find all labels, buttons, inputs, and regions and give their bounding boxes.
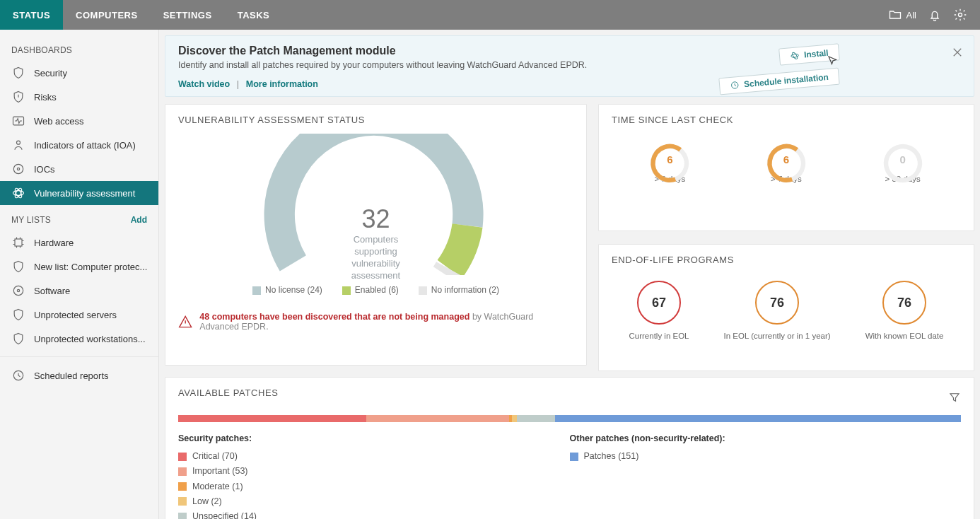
card-title: END-OF-LIFE PROGRAMS	[612, 255, 961, 265]
legend-item[interactable]: Enabled (6)	[342, 285, 399, 295]
card-time-since-check: TIME SINCE LAST CHECK 6 > 3 days 6 > 7 d…	[598, 104, 974, 231]
patch-segment-other[interactable]	[555, 415, 961, 422]
svg-point-3	[13, 164, 23, 173]
patch-legend-moderate[interactable]: Moderate (1)	[178, 479, 570, 494]
sidebar-item-ioa[interactable]: Indicators of attack (IOA)	[0, 133, 158, 157]
sidebar-item-risks[interactable]: Risks	[0, 85, 158, 109]
pulse-icon	[11, 114, 25, 128]
gauge-label: Computers	[354, 234, 399, 245]
filter-icon[interactable]	[948, 391, 961, 404]
patch-segment-important[interactable]	[366, 415, 509, 422]
eol-tile[interactable]: 76 In EOL (currently or in 1 year)	[724, 281, 831, 340]
person-shield-icon	[11, 138, 25, 152]
sidebar-item-newlist[interactable]: New list: Computer protec...	[0, 255, 158, 279]
bell-icon[interactable]	[928, 8, 942, 22]
add-list-link[interactable]: Add	[131, 215, 147, 225]
card-available-patches: AVAILABLE PATCHES Security patches: Crit…	[165, 377, 974, 519]
sidebar-item-label: New list: Computer protec...	[34, 262, 147, 272]
legend-item[interactable]: No information (2)	[419, 285, 499, 295]
time-tile[interactable]: 6 > 3 days	[647, 141, 692, 183]
tab-settings[interactable]: SETTINGS	[151, 0, 225, 30]
eol-tile[interactable]: 76 With known EOL date	[865, 281, 944, 340]
sidebar-item-web-access[interactable]: Web access	[0, 109, 158, 133]
cursor-icon	[827, 54, 839, 69]
gauge-center: 32 Computers supporting vulnerability as…	[255, 204, 496, 282]
main-content: Discover the Patch Management module Ide…	[159, 30, 980, 519]
sidebar: DASHBOARDS Security Risks Web access Ind…	[0, 30, 159, 519]
warning-icon	[178, 314, 192, 330]
atom-icon	[11, 186, 25, 200]
swatch-icon	[178, 482, 187, 491]
svg-point-5	[13, 191, 24, 196]
time-value: 0	[880, 153, 926, 165]
patch-legend-unspecified[interactable]: Unspecified (14)	[178, 509, 570, 519]
vulnerability-gauge[interactable]: 32 Computers supporting vulnerability as…	[255, 134, 496, 275]
sidebar-item-scheduled-reports[interactable]: Scheduled reports	[0, 363, 158, 387]
watch-video-link[interactable]: Watch video	[178, 79, 230, 89]
eol-value: 76	[882, 281, 926, 325]
tab-status[interactable]: STATUS	[0, 0, 63, 30]
disc-icon	[11, 284, 25, 298]
gear-icon[interactable]	[953, 8, 967, 22]
promo-banner: Discover the Patch Management module Ide…	[165, 35, 974, 97]
shield-exclaim-icon	[11, 90, 25, 104]
more-info-link[interactable]: More information	[246, 79, 318, 89]
legend-item[interactable]: No license (24)	[252, 285, 322, 295]
eol-tile[interactable]: 67 Currently in EOL	[629, 281, 689, 340]
promo-title: Discover the Patch Management module	[178, 45, 961, 57]
gauge-value: 32	[255, 204, 496, 234]
sidebar-item-security[interactable]: Security	[0, 61, 158, 85]
sidebar-item-unprotected-servers[interactable]: Unprotected servers	[0, 303, 158, 327]
swatch-icon	[570, 453, 578, 461]
patch-legend-important[interactable]: Important (53)	[178, 464, 570, 479]
gauge-legend: No license (24) Enabled (6) No informati…	[178, 285, 573, 295]
gauge-label: supporting	[354, 246, 397, 257]
card-title: AVAILABLE PATCHES	[178, 387, 278, 398]
security-patches-col: Security patches: Critical (70)Important…	[178, 433, 570, 519]
clock-icon	[11, 368, 25, 383]
patches-bar[interactable]	[178, 415, 961, 422]
sidebar-item-label: Scheduled reports	[34, 371, 109, 381]
sidebar-item-label: Risks	[34, 92, 57, 103]
card-vulnerability-status: VULNERABILITY ASSESSMENT STATUS 32 Compu…	[165, 104, 587, 366]
patch-legend-low[interactable]: Low (2)	[178, 494, 570, 509]
svg-rect-8	[15, 239, 22, 246]
sidebar-group-dashboards: DASHBOARDS	[0, 35, 158, 61]
close-icon[interactable]	[951, 46, 964, 61]
sidebar-item-label: IOCs	[34, 164, 55, 175]
sidebar-item-unprotected-workstations[interactable]: Unprotected workstations...	[0, 327, 158, 351]
tab-computers[interactable]: COMPUTERS	[63, 0, 151, 30]
unmanaged-alert[interactable]: 48 computers have been discovered that a…	[178, 308, 573, 332]
sidebar-item-software[interactable]: Software	[0, 279, 158, 303]
gauge-label: assessment	[351, 270, 400, 281]
sidebar-item-iocs[interactable]: IOCs	[0, 157, 158, 181]
card-title: TIME SINCE LAST CHECK	[612, 115, 961, 125]
patch-segment-low[interactable]	[512, 415, 518, 422]
clock-icon	[730, 80, 740, 91]
patch-segment-critical[interactable]	[178, 415, 366, 422]
swatch-icon	[178, 467, 187, 476]
scope-selector[interactable]: All	[888, 8, 916, 22]
sidebar-item-label: Unprotected workstations...	[34, 334, 146, 344]
time-tile[interactable]: 0 > 30 days	[880, 141, 926, 183]
swatch-icon	[178, 497, 187, 506]
atom-icon	[790, 50, 800, 61]
chip-icon	[11, 235, 25, 250]
sidebar-item-vulnerability[interactable]: Vulnerability assessment	[0, 181, 158, 205]
svg-point-10	[17, 289, 19, 291]
install-button-label: Install	[804, 48, 829, 60]
time-value: 6	[764, 153, 809, 165]
tab-tasks[interactable]: TASKS	[225, 0, 283, 30]
svg-point-13	[791, 52, 798, 59]
card-eol-programs: END-OF-LIFE PROGRAMS 67 Currently in EOL…	[598, 244, 974, 371]
svg-point-9	[13, 286, 23, 295]
eol-label: With known EOL date	[865, 332, 944, 340]
patch-legend-critical[interactable]: Critical (70)	[178, 449, 570, 464]
patch-legend-other[interactable]: Patches (151)	[570, 449, 962, 464]
time-tile[interactable]: 6 > 7 days	[764, 141, 809, 183]
target-icon	[11, 162, 25, 176]
schedule-installation-button[interactable]: Schedule installation	[718, 68, 839, 95]
patch-segment-unspecified[interactable]	[517, 415, 554, 422]
shield-icon	[11, 332, 25, 346]
sidebar-item-hardware[interactable]: Hardware	[0, 231, 158, 255]
